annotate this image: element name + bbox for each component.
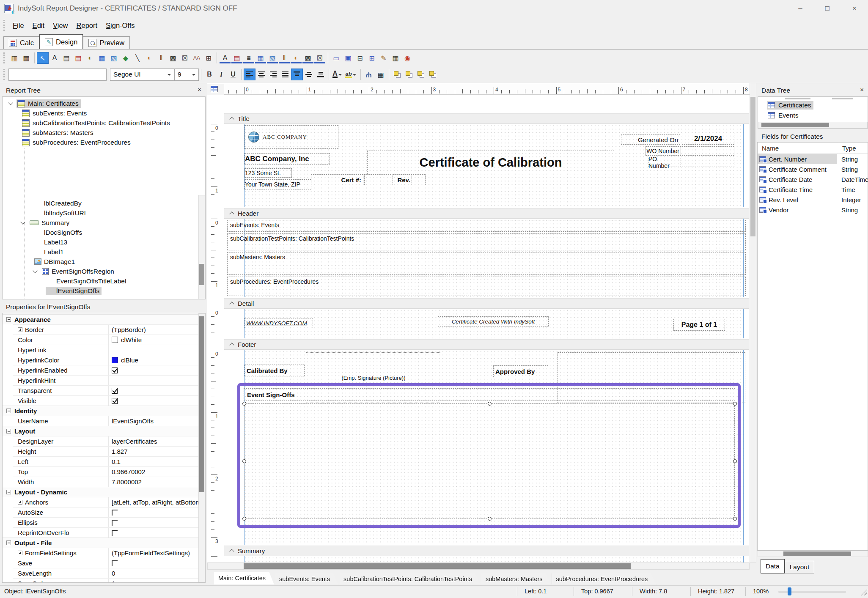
font-name-combo[interactable]: Segoe UI	[110, 69, 174, 81]
collapse-band-icon[interactable]	[229, 343, 234, 347]
generated-on-label[interactable]: Generated On	[621, 134, 680, 145]
collapse-icon[interactable]	[6, 429, 11, 433]
field-row-certificate-comment[interactable]: Certificate CommentString	[758, 164, 868, 174]
send-backward-button[interactable]	[427, 69, 439, 80]
event-signoffs-label[interactable]	[244, 403, 735, 518]
align-left-button[interactable]	[244, 69, 255, 80]
valign-top-button[interactable]	[291, 69, 303, 80]
po-number-label[interactable]: PO Number	[648, 158, 681, 167]
db-richtext-tool-icon[interactable]: ≣	[243, 52, 255, 64]
db-text-tool-icon[interactable]: A	[219, 52, 231, 64]
barcode-2d-tool-icon[interactable]: ▩	[167, 52, 179, 64]
page-count-label[interactable]: Page 1 of 1	[673, 319, 725, 331]
property-row-transparent[interactable]: Transparent	[13, 385, 198, 395]
bold-button[interactable]: B	[203, 69, 215, 80]
property-row-savelength[interactable]: SaveLength0	[13, 568, 198, 578]
menu-item-report[interactable]: Report	[72, 20, 102, 31]
property-value[interactable]	[108, 365, 198, 375]
indysoft-url[interactable]: WWW.INDYSOFT.COM	[244, 318, 313, 328]
property-row-saveorder[interactable]: SaveOrder1	[13, 578, 198, 583]
tree-item-lblcreatedby[interactable]: lblCreatedBy	[3, 198, 84, 208]
band-content-title[interactable]: ABC COMPANYGenerated On2/1/2024ABC Compa…	[224, 124, 749, 207]
selection-handle[interactable]	[242, 402, 246, 406]
subreport-0[interactable]: subEvents: Events	[227, 220, 746, 232]
chevron-down-icon[interactable]	[8, 100, 13, 105]
property-value[interactable]	[108, 558, 198, 568]
property-row-color[interactable]: ColorclWhite	[13, 335, 198, 345]
checkbox-unchecked-icon[interactable]	[112, 510, 118, 516]
cert-number-field[interactable]	[364, 174, 391, 185]
grid-tool-icon[interactable]: ▦	[390, 52, 401, 64]
property-group-layout[interactable]: Layout	[3, 426, 198, 436]
selection-handle[interactable]	[488, 517, 492, 521]
align-justify-button[interactable]	[279, 69, 291, 80]
property-value[interactable]	[108, 386, 198, 395]
subreport-3[interactable]: subProcedures: EventProcedures	[227, 277, 746, 296]
property-value[interactable]: 0.96670002	[108, 467, 198, 477]
field-row-cert-number[interactable]: Cert. NumberString	[758, 154, 868, 164]
rev-field[interactable]	[413, 174, 426, 185]
data-tree-item-events[interactable]: Events	[758, 110, 800, 120]
rev-label[interactable]: Rev.	[393, 174, 412, 185]
band-content-footer[interactable]: Calibrated By(Emp. Signature (Picture))A…	[224, 350, 749, 545]
db-memo-tool-icon[interactable]: ▤	[231, 52, 243, 64]
pagebreak-tool-icon[interactable]: ⊟	[354, 52, 366, 64]
property-row-border[interactable]: Border(TppBorder)	[13, 324, 198, 335]
property-value[interactable]: (TppBorder)	[108, 325, 198, 335]
tree-item-main-certificates[interactable]: Main: Certificates	[3, 99, 81, 108]
barcode-tool-icon[interactable]: ‖	[155, 52, 167, 64]
resize-grip[interactable]	[861, 589, 867, 595]
minimize-button[interactable]: –	[787, 0, 814, 17]
select-tool-icon[interactable]: ↖	[37, 52, 49, 64]
text-tool-icon[interactable]: ▤	[60, 52, 72, 64]
collapse-icon[interactable]	[6, 490, 11, 494]
shape-tool-icon[interactable]: ◆	[120, 52, 132, 64]
region-tool-icon[interactable]: ▭	[330, 52, 342, 64]
cert-number-label[interactable]: Cert #:	[311, 174, 363, 185]
chevron-down-icon[interactable]	[33, 268, 37, 273]
calc-tool-icon[interactable]: ▦	[96, 52, 108, 64]
report-tree-close-icon[interactable]: ×	[198, 86, 201, 93]
data-tree-hscrollbar[interactable]	[758, 122, 868, 128]
city-address[interactable]: Your Town State, ZIP	[244, 179, 311, 189]
menu-item-edit[interactable]: Edit	[28, 20, 49, 31]
expand-icon[interactable]	[18, 327, 22, 332]
band-header-detail[interactable]: Detail	[224, 298, 749, 309]
bring-forward-button[interactable]	[415, 69, 427, 80]
band-content-detail[interactable]: WWW.INDYSOFT.COMCertificate Created With…	[224, 309, 749, 338]
memo-tool-icon[interactable]: ▤	[72, 52, 84, 64]
collapse-icon[interactable]	[6, 317, 11, 322]
checkbox-tool-icon[interactable]: ☒	[179, 52, 191, 64]
line-tool-icon[interactable]: ╲	[132, 52, 143, 64]
property-row-hyperlinkenabled[interactable]: HyperlinkEnabled	[13, 365, 198, 375]
property-row-reprintonoverflo[interactable]: ReprintOnOverFlo	[13, 527, 198, 538]
tab-calc[interactable]: Calc	[3, 36, 39, 49]
property-row-ellipsis[interactable]: Ellipsis	[13, 517, 198, 527]
property-value[interactable]: clWhite	[108, 335, 198, 345]
wo-number-field[interactable]	[682, 146, 734, 156]
property-row-anchors[interactable]: Anchors[atLeft, atTop, atRight, atBottom…	[13, 497, 198, 507]
db-barcode-tool-icon[interactable]: ‖	[278, 52, 290, 64]
property-row-top[interactable]: Top0.96670002	[13, 466, 198, 477]
street-address[interactable]: 123 Some St.	[244, 168, 292, 178]
fields-column-name[interactable]: Name	[762, 145, 779, 152]
canvas-horizontal-scrollbar[interactable]	[207, 562, 750, 570]
property-value[interactable]: lEventSignOffs	[108, 416, 198, 426]
property-row-designlayer[interactable]: DesignLayerlayerCertificates	[13, 436, 198, 446]
property-value[interactable]: 1	[108, 579, 198, 583]
tree-item-eventsignoffstitlelabel[interactable]: EventSignOffsTitleLabel	[3, 276, 128, 286]
page-tab-subprocedures-eventprocedures[interactable]: subProcedures: EventProcedures	[552, 573, 656, 584]
checkbox-checked-icon[interactable]	[112, 388, 118, 394]
property-row-hyperlinkhint[interactable]: HyperlinkHint	[13, 375, 198, 385]
map-tool-icon[interactable]: ◉	[401, 52, 413, 64]
wo-number-label[interactable]: WO Number	[646, 146, 681, 156]
band-header-summary[interactable]: Summary	[224, 546, 749, 556]
menu-item-file[interactable]: File	[8, 20, 28, 31]
property-row-left[interactable]: Left0.1	[13, 456, 198, 466]
property-group-layout-dynamic[interactable]: Layout - Dynamic	[3, 487, 198, 497]
tree-item-lblindysofturl[interactable]: lblIndySoftURL	[3, 208, 90, 218]
property-row-autosize[interactable]: AutoSize	[13, 507, 198, 517]
property-value[interactable]: 0.1	[108, 457, 198, 466]
property-row-height[interactable]: Height1.827	[13, 446, 198, 456]
property-row-hyperlinkcolor[interactable]: HyperlinkColorclBlue	[13, 355, 198, 365]
